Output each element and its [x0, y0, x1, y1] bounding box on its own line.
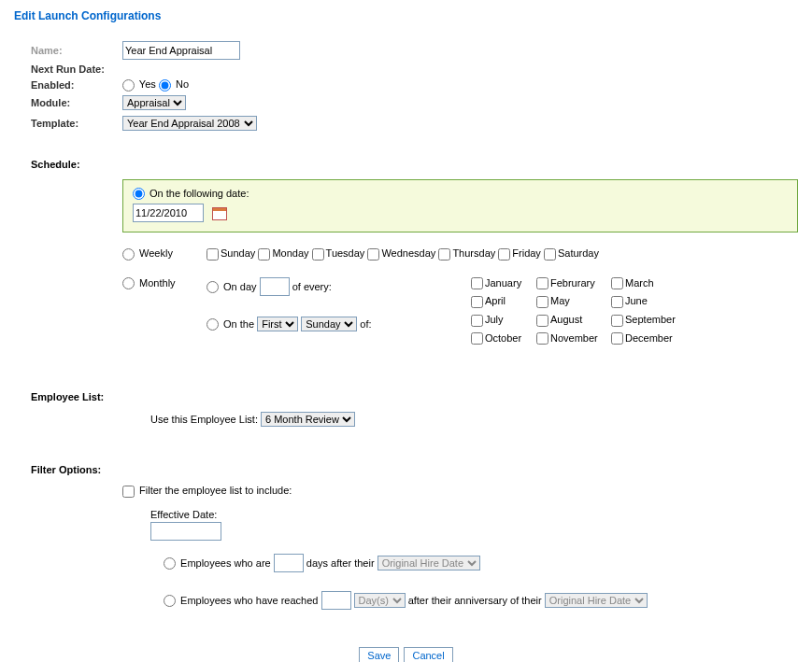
- enabled-yes-label: Yes: [139, 78, 156, 90]
- enabled-yes-radio[interactable]: [122, 79, 135, 92]
- employee-list-select[interactable]: 6 Month Review: [261, 412, 355, 427]
- filter-anniversary-radio[interactable]: [164, 595, 176, 607]
- monthly-day-number-input[interactable]: [260, 277, 290, 296]
- month-december-checkbox[interactable]: [611, 332, 623, 345]
- month-november-checkbox[interactable]: [536, 332, 548, 345]
- month-february-checkbox[interactable]: [536, 277, 548, 289]
- monthly-ordinal-select[interactable]: First: [257, 317, 298, 331]
- month-june-checkbox[interactable]: [611, 296, 623, 308]
- month-july-checkbox[interactable]: [471, 315, 483, 327]
- monthly-on-day-radio[interactable]: [207, 281, 219, 293]
- days-after-their-label: days after their: [306, 557, 375, 569]
- filter-include-label: Filter the employee list to include:: [139, 485, 292, 496]
- schedule-monthly-radio[interactable]: [122, 277, 135, 289]
- month-may-checkbox[interactable]: [536, 296, 548, 308]
- name-input[interactable]: [122, 41, 240, 60]
- monthly-on-day-label: On day: [223, 281, 256, 292]
- month-checkbox-grid: January Februrary March April May June J…: [471, 277, 695, 345]
- anniversary-count-input[interactable]: [321, 591, 351, 610]
- schedule-following-date-radio[interactable]: [133, 188, 145, 200]
- template-select[interactable]: Year End Appraisal 2008: [122, 116, 257, 131]
- employees-who-are-label: Employees who are: [180, 557, 271, 569]
- effective-date-input[interactable]: [150, 522, 221, 541]
- effective-date-label: Effective Date:: [150, 509, 217, 520]
- monthly-on-the-label: On the: [223, 318, 254, 330]
- schedule-date-input[interactable]: [133, 204, 204, 222]
- label-enabled: Enabled:: [31, 79, 122, 91]
- monthly-weekday-select[interactable]: Sunday: [301, 317, 357, 331]
- filter-days-after-radio[interactable]: [164, 557, 176, 570]
- weekday-monday-checkbox[interactable]: [258, 248, 270, 261]
- filter-include-checkbox[interactable]: [122, 486, 135, 498]
- date-type-2-select[interactable]: Original Hire Date: [545, 593, 648, 608]
- enabled-no-radio[interactable]: [159, 79, 171, 92]
- month-march-checkbox[interactable]: [611, 277, 623, 289]
- module-select[interactable]: Appraisal: [122, 95, 186, 110]
- schedule-weekly-label: Weekly: [139, 247, 173, 259]
- label-module: Module:: [31, 97, 122, 108]
- month-january-checkbox[interactable]: [471, 277, 483, 289]
- cancel-button[interactable]: Cancel: [404, 647, 452, 662]
- enabled-no-label: No: [176, 78, 189, 90]
- weekday-tuesday-checkbox[interactable]: [312, 248, 324, 261]
- days-after-input[interactable]: [274, 554, 304, 572]
- month-october-checkbox[interactable]: [471, 332, 483, 345]
- date-type-1-select[interactable]: Original Hire Date: [378, 556, 480, 570]
- weekday-thursday-checkbox[interactable]: [438, 248, 450, 261]
- label-template: Template:: [31, 118, 122, 129]
- schedule-following-date-box: On the following date:: [122, 179, 798, 233]
- monthly-on-the-radio[interactable]: [207, 318, 219, 331]
- weekday-friday-checkbox[interactable]: [498, 248, 510, 261]
- label-next-run-date: Next Run Date:: [31, 63, 122, 75]
- save-button[interactable]: Save: [359, 647, 399, 662]
- label-filter-options: Filter Options:: [31, 464, 798, 475]
- monthly-of-every-label: of every:: [292, 281, 332, 292]
- monthly-of-label: of:: [360, 318, 371, 330]
- weekday-sunday-checkbox[interactable]: [207, 248, 219, 261]
- weekday-checkbox-row: Sunday Monday Tuesday Wednesday Thursday…: [207, 247, 599, 261]
- page-title: Edit Launch Configurations: [14, 9, 798, 22]
- label-schedule: Schedule:: [31, 159, 798, 170]
- use-employee-list-label: Use this Employee List:: [150, 414, 258, 425]
- month-september-checkbox[interactable]: [611, 315, 623, 327]
- weekday-saturday-checkbox[interactable]: [544, 248, 556, 261]
- after-anniversary-label: after their anniversary of their: [408, 595, 542, 606]
- employees-who-reached-label: Employees who have reached: [180, 595, 318, 606]
- schedule-monthly-label: Monthly: [139, 277, 176, 289]
- label-name: Name:: [31, 45, 122, 56]
- schedule-following-date-label: On the following date:: [150, 188, 249, 199]
- anniversary-unit-select[interactable]: Day(s): [354, 593, 406, 608]
- month-august-checkbox[interactable]: [536, 315, 548, 327]
- calendar-icon[interactable]: [212, 207, 227, 220]
- label-employee-list: Employee List:: [31, 391, 798, 402]
- month-april-checkbox[interactable]: [471, 296, 483, 308]
- weekday-wednesday-checkbox[interactable]: [367, 248, 379, 261]
- schedule-weekly-radio[interactable]: [122, 248, 135, 261]
